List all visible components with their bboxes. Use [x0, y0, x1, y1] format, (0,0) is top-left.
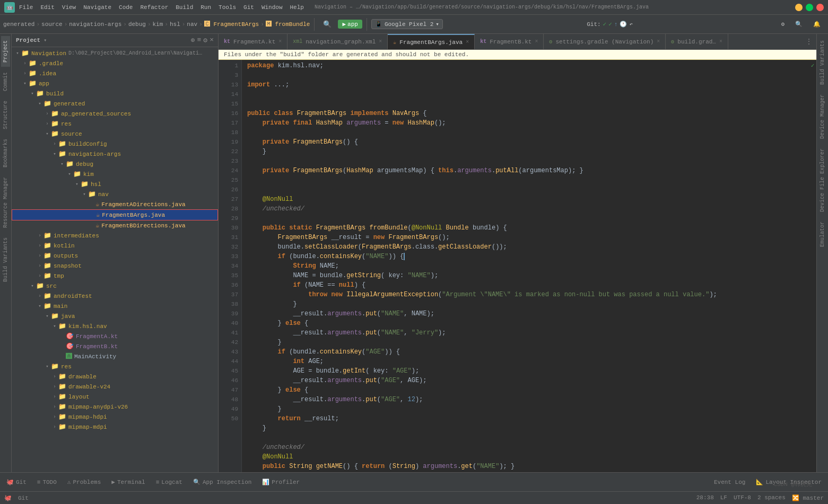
tree-source-item[interactable]: ▾ 📁 source: [12, 129, 218, 139]
todo-tool[interactable]: ≡ TODO: [34, 478, 60, 487]
tree-snapshot-item[interactable]: › 📁 snapshot: [12, 261, 218, 271]
build-variants-panel-tab[interactable]: Build Variants: [818, 36, 827, 89]
tree-drawable-item[interactable]: › 📁 drawable: [12, 372, 218, 382]
tab-fragmenta[interactable]: kt FragmentA.kt ×: [219, 34, 287, 49]
tab-fragmentbargs[interactable]: ☕ FragmentBArgs.java ×: [388, 34, 475, 49]
tree-main-res-item[interactable]: ▾ 📁 res: [12, 361, 218, 372]
tree-idea-item[interactable]: › 📁 .idea: [12, 68, 218, 78]
menu-file[interactable]: File: [19, 4, 33, 11]
tree-fragmenta-item[interactable]: 🎯 FragmentA.kt: [12, 331, 218, 341]
build-variants-tab[interactable]: Build Variants: [1, 233, 10, 286]
tree-buildconfig-item[interactable]: › 📁 buildConfig: [12, 139, 218, 149]
menu-edit[interactable]: Edit: [40, 4, 54, 11]
device-manager-tab[interactable]: Device Manager: [818, 90, 827, 143]
terminal-tool[interactable]: ▶ Terminal: [108, 478, 148, 487]
app-inspection-tool[interactable]: 🔍 App Inspection: [190, 478, 255, 487]
git-history-icon[interactable]: 🕐: [620, 21, 627, 28]
close-tab-settings-gradle[interactable]: ×: [657, 39, 660, 45]
git-revert-icon[interactable]: ↶: [629, 21, 633, 28]
window-controls[interactable]: – □ ×: [795, 4, 824, 11]
tree-layout-item[interactable]: › 📁 layout: [12, 392, 218, 402]
menu-refactor[interactable]: Refactor: [140, 4, 168, 11]
notifications-button[interactable]: 🔔: [809, 20, 825, 29]
tree-build-item[interactable]: ▾ 📁 build: [12, 89, 218, 99]
tree-navargs-item[interactable]: ▾ 📁 navigation-args: [12, 149, 218, 159]
event-log-tool[interactable]: Event Log: [711, 478, 748, 487]
close-button[interactable]: ×: [816, 4, 824, 11]
tree-src-item[interactable]: ▾ 📁 src: [12, 281, 218, 291]
tree-mipmap-hdpi-item[interactable]: › 📁 mipmap-hdpi: [12, 412, 218, 422]
tree-res-item[interactable]: › 📁 res: [12, 119, 218, 129]
menu-run[interactable]: Run: [201, 4, 211, 11]
tree-app-item[interactable]: ▾ 📁 app: [12, 78, 218, 89]
close-tab-fragmentb[interactable]: ×: [535, 39, 538, 45]
tree-fragmentb-item[interactable]: 🎯 FragmentB.kt: [12, 341, 218, 351]
menu-git[interactable]: Git: [243, 4, 254, 11]
breadcrumb-debug[interactable]: debug: [128, 21, 146, 28]
tree-ap-generated-item[interactable]: › 📁 ap_generated_sources: [12, 109, 218, 119]
tree-mipmap-mdpi-item[interactable]: › 📁 mipmap-mdpi: [12, 422, 218, 432]
tree-settings-btn[interactable]: ⚙: [203, 36, 207, 45]
device-file-explorer-tab[interactable]: Device File Explorer: [818, 144, 827, 216]
emulator-tab[interactable]: Emulator: [818, 217, 827, 251]
close-panel-btn[interactable]: ×: [210, 36, 214, 45]
code-editor[interactable]: package kim.hsl.nav; import ...; public …: [242, 60, 809, 472]
tree-java-item[interactable]: ▾ 📁 java: [12, 311, 218, 321]
tab-fragmentb[interactable]: kt FragmentB.kt ×: [475, 34, 544, 49]
resource-manager-tab[interactable]: Resource Manager: [1, 173, 10, 232]
commit-panel-tab[interactable]: Commit: [1, 68, 10, 95]
more-tabs-btn[interactable]: ⋮: [801, 38, 816, 46]
close-tab-build-gradle[interactable]: ×: [719, 39, 722, 45]
tree-hsl-item[interactable]: ▾ 📁 hsl: [12, 179, 218, 189]
git-check1[interactable]: ✓: [603, 21, 607, 28]
tree-intermediates-item[interactable]: › 📁 intermediates: [12, 231, 218, 241]
breadcrumb-generated[interactable]: generated: [3, 21, 34, 28]
menu-bar[interactable]: File Edit View Navigate Code Refactor Bu…: [19, 4, 304, 11]
profiler-tool[interactable]: 📊 Profiler: [259, 478, 303, 487]
breadcrumb-source[interactable]: source: [41, 21, 63, 28]
tree-kimhslnav-item[interactable]: ▾ 📁 kim.hsl.nav: [12, 321, 218, 331]
tree-kotlin-item[interactable]: › 📁 kotlin: [12, 241, 218, 251]
vcs-branch[interactable]: 🔀 master: [792, 494, 824, 501]
tree-root[interactable]: ▾ 📁 Navigation D:\002_Project\002_Androi…: [12, 48, 218, 58]
git-tool[interactable]: 🐙 Git: [3, 478, 30, 487]
tree-fragmentbargs-item[interactable]: ☕ FragmentBArgs.java: [12, 209, 218, 220]
breadcrumb-method[interactable]: 🅼 fromBundle: [266, 21, 310, 28]
collapse-all-btn[interactable]: ≡: [197, 36, 202, 45]
tab-navgraph[interactable]: xml navigation_graph.xml ×: [287, 34, 388, 49]
project-panel-tab[interactable]: Project: [1, 36, 10, 67]
tree-debug-item[interactable]: ▾ 📁 debug: [12, 159, 218, 169]
close-tab-fragmentbargs[interactable]: ×: [466, 39, 469, 45]
tree-gradle-item[interactable]: › 📁 .gradle: [12, 58, 218, 68]
git-check2[interactable]: ✓: [608, 21, 612, 28]
maximize-button[interactable]: □: [806, 4, 813, 11]
breadcrumb-hsl[interactable]: hsl: [170, 21, 180, 28]
device-selector[interactable]: 📱 Google Pixel 2 ▾: [371, 19, 443, 29]
breadcrumb-kim[interactable]: kim: [153, 21, 163, 28]
menu-help[interactable]: Help: [290, 4, 304, 11]
breadcrumb-class[interactable]: 🅲 FragmentBArgs: [204, 21, 259, 28]
tree-kim-item[interactable]: ▾ 📁 kim: [12, 169, 218, 179]
settings-button[interactable]: ⚙: [777, 20, 789, 29]
tree-main-item[interactable]: ▾ 📁 main: [12, 301, 218, 311]
close-tab-navgraph[interactable]: ×: [379, 39, 382, 45]
search-everywhere-btn[interactable]: 🔍: [319, 19, 336, 30]
tree-nav-item[interactable]: ▾ 📁 nav: [12, 189, 218, 199]
tab-build-gradle[interactable]: ⚙ build.grad… ×: [666, 34, 728, 49]
menu-tools[interactable]: Tools: [219, 4, 236, 11]
tree-generated-item[interactable]: ▾ 📁 generated: [12, 99, 218, 109]
structure-panel-tab[interactable]: Structure: [1, 96, 10, 134]
menu-code[interactable]: Code: [119, 4, 133, 11]
tree-tmp-item[interactable]: › 📁 tmp: [12, 271, 218, 281]
breadcrumb-navigation-args[interactable]: navigation-args: [69, 21, 121, 28]
logcat-tool[interactable]: ≡ Logcat: [153, 478, 186, 487]
tree-fragmentbdirections-item[interactable]: ☕ FragmentBDirections.java: [12, 220, 218, 231]
run-button[interactable]: ▶ app: [338, 20, 362, 29]
tree-mainactivity-item[interactable]: 🅰 MainActivity: [12, 351, 218, 361]
git-push-icon[interactable]: ↑: [614, 21, 618, 28]
menu-navigate[interactable]: Navigate: [83, 4, 111, 11]
minimize-button[interactable]: –: [795, 4, 803, 11]
tree-fragmentadirections-item[interactable]: ☕ FragmentADirections.java: [12, 199, 218, 209]
menu-view[interactable]: View: [62, 4, 76, 11]
tree-drawable-v24-item[interactable]: › 📁 drawable-v24: [12, 382, 218, 392]
